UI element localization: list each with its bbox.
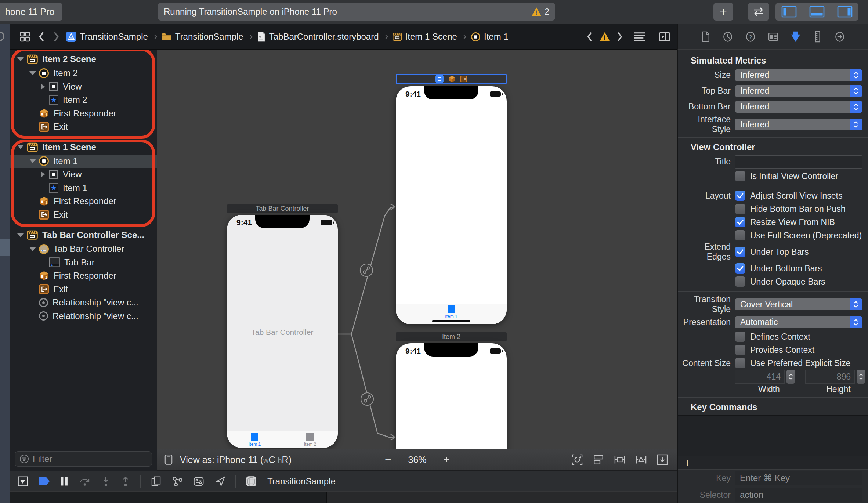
key-input[interactable]: Enter ⌘ Key <box>735 471 862 485</box>
toggle-navigator-panel[interactable] <box>775 3 803 21</box>
size-popup[interactable]: Inferred <box>735 69 862 81</box>
outline-row-tbc-first-responder[interactable]: 1 First Responder <box>10 269 157 283</box>
previous-issue-icon[interactable] <box>586 32 593 42</box>
connections-inspector-icon[interactable] <box>834 31 845 42</box>
view-hierarchy-icon[interactable] <box>150 475 162 487</box>
tab-item-1[interactable]: Item 1 <box>396 304 507 320</box>
mini-view-controller-icon[interactable] <box>435 75 444 83</box>
item1-phone-preview[interactable]: 9:41 Item 1 <box>396 86 507 324</box>
breakpoints-toggle-icon[interactable] <box>38 476 50 486</box>
memory-graph-icon[interactable] <box>171 475 183 487</box>
outline-row-item1-view[interactable]: View <box>10 168 157 181</box>
disclosure-open-icon[interactable] <box>29 159 36 163</box>
interface-style-popup[interactable]: Inferred <box>735 119 862 130</box>
step-over-icon[interactable] <box>79 476 91 487</box>
breadcrumb-project[interactable]: TransitionSample <box>66 32 148 42</box>
mini-first-responder-icon[interactable] <box>448 75 456 83</box>
under-opaque-bars-checkbox[interactable] <box>735 276 745 287</box>
identity-inspector-icon[interactable] <box>768 31 779 42</box>
hide-debug-area-icon[interactable] <box>17 475 29 487</box>
tab-item-2[interactable]: Item 2 <box>282 431 338 448</box>
add-constraints-icon[interactable] <box>614 453 626 466</box>
title-input[interactable] <box>735 155 862 169</box>
next-issue-icon[interactable] <box>616 32 623 42</box>
height-field[interactable]: 896 <box>805 370 855 384</box>
disclosure-open-icon[interactable] <box>29 71 36 75</box>
toggle-debug-panel[interactable] <box>803 3 831 21</box>
attributes-inspector-icon[interactable] <box>790 31 801 43</box>
resize-view-checkbox[interactable] <box>735 217 745 227</box>
outline-row-tbc-exit[interactable]: Exit <box>10 283 157 296</box>
outline-row-item1-tabitem[interactable]: ★ Item 1 <box>10 181 157 195</box>
swap-editor-button[interactable] <box>748 3 769 21</box>
outline-row-tbc-relationship-1[interactable]: Relationship "view c... <box>10 296 157 310</box>
quick-help-inspector-icon[interactable]: ? <box>745 31 756 42</box>
outline-row-item2-tabitem[interactable]: ★ Item 2 <box>10 93 157 107</box>
key-commands-table[interactable] <box>678 415 868 456</box>
top-bar-popup[interactable]: Inferred <box>735 85 862 97</box>
hide-bottom-bar-checkbox[interactable] <box>735 204 745 214</box>
provides-context-checkbox[interactable] <box>735 345 745 355</box>
add-button[interactable]: + <box>713 3 733 21</box>
use-full-screen-checkbox[interactable] <box>735 230 745 240</box>
device-bezel-icon[interactable] <box>163 454 174 466</box>
warning-badge[interactable]: 2 <box>531 7 549 17</box>
outline-row-item1-exit[interactable]: Exit <box>10 208 157 222</box>
variables-view-area[interactable] <box>10 492 327 503</box>
adjust-scroll-insets-checkbox[interactable] <box>735 191 745 201</box>
outline-row-tbc-relationship-2[interactable]: Relationship "view c... <box>10 310 157 323</box>
defines-context-checkbox[interactable] <box>735 332 745 342</box>
outline-row-tbc-tabbar[interactable]: ★ Tab Bar <box>10 256 157 269</box>
outline-row-item2-exit[interactable]: Exit <box>10 120 157 134</box>
breadcrumb-view-controller[interactable]: Item 1 <box>471 32 509 42</box>
disclosure-open-icon[interactable] <box>17 57 24 61</box>
remove-key-command-button[interactable]: − <box>700 457 707 468</box>
item2-phone-preview[interactable]: 9:41 <box>396 343 507 449</box>
simulate-location-icon[interactable] <box>214 475 226 487</box>
related-items-icon[interactable] <box>19 31 31 43</box>
transition-style-popup[interactable]: Cover Vertical <box>735 298 862 310</box>
storyboard-canvas[interactable]: Tab Bar Controller 9:41 Tab Bar Controll… <box>157 50 677 449</box>
width-field[interactable]: 414 <box>735 370 785 384</box>
outline-row-item2-view[interactable]: View <box>10 80 157 94</box>
width-stepper[interactable] <box>786 370 795 384</box>
history-inspector-icon[interactable] <box>722 31 733 42</box>
align-icon[interactable] <box>592 453 605 466</box>
add-editor-icon[interactable] <box>658 31 671 43</box>
item1-scene-title-bar-selected[interactable] <box>396 74 507 84</box>
embed-icon[interactable] <box>656 453 669 466</box>
item2-scene-title-bar[interactable]: Item 2 <box>396 332 507 341</box>
outline-row-item2-scene[interactable]: Item 2 Scene <box>10 52 157 66</box>
disclosure-closed-icon[interactable] <box>41 83 45 90</box>
outline-row-item1-scene[interactable]: Item 1 Scene <box>10 140 157 155</box>
editor-options-icon[interactable] <box>633 31 646 42</box>
under-top-bars-checkbox[interactable] <box>735 247 745 257</box>
running-app-name[interactable]: TransitionSample <box>267 476 336 486</box>
add-key-command-button[interactable]: + <box>684 457 691 468</box>
outline-row-tbc-vc[interactable]: Tab Bar Controller <box>10 242 157 256</box>
tbc-tab-bar[interactable]: Item 1 Item 2 <box>227 431 338 448</box>
zoom-out-button[interactable]: − <box>385 453 391 466</box>
breadcrumb-file[interactable]: TabBarController.storyboard <box>257 32 379 42</box>
selector-input[interactable]: action <box>735 488 862 502</box>
tbc-scene-title-bar[interactable]: Tab Bar Controller <box>227 204 338 213</box>
breadcrumb-scene[interactable]: Item 1 Scene <box>393 32 457 42</box>
disclosure-open-icon[interactable] <box>29 247 36 251</box>
disclosure-open-icon[interactable] <box>17 145 24 149</box>
outline-row-item1-first-responder[interactable]: 1 First Responder <box>10 195 157 208</box>
is-initial-checkbox[interactable] <box>735 171 745 181</box>
resolve-autolayout-icon[interactable] <box>635 453 647 466</box>
environment-overrides-icon[interactable] <box>193 475 205 487</box>
tab-item-1[interactable]: Item 1 <box>227 431 282 448</box>
outline-row-item1-vc-selected[interactable]: Item 1 <box>10 155 157 168</box>
zoom-level[interactable]: 36% <box>408 455 426 465</box>
mini-exit-icon[interactable] <box>460 76 467 82</box>
step-into-icon[interactable] <box>101 476 111 487</box>
size-inspector-icon[interactable] <box>813 31 822 43</box>
issue-warning-icon[interactable] <box>599 32 610 42</box>
pause-icon[interactable] <box>59 476 69 486</box>
presentation-popup[interactable]: Automatic <box>735 316 862 328</box>
outline-row-tbc-scene[interactable]: Tab Bar Controller Sce... <box>10 228 157 242</box>
breadcrumb-folder[interactable]: TransitionSample <box>162 32 243 42</box>
running-app-icon[interactable] <box>245 475 257 487</box>
